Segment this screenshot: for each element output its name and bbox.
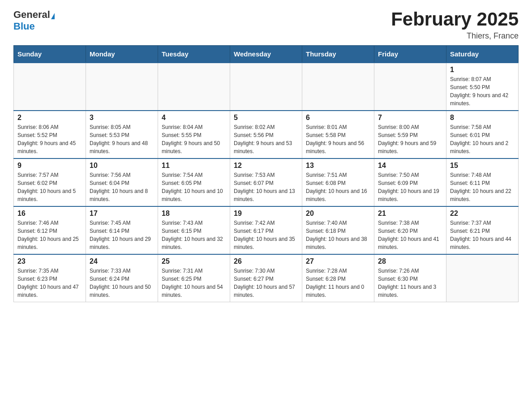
calendar-day-cell: 5Sunrise: 8:02 AM Sunset: 5:56 PM Daylig… [230, 111, 302, 158]
calendar-day-cell: 7Sunrise: 8:00 AM Sunset: 5:59 PM Daylig… [374, 111, 446, 158]
calendar-day-cell: 24Sunrise: 7:33 AM Sunset: 6:24 PM Dayli… [86, 254, 158, 302]
calendar-day-cell: 27Sunrise: 7:28 AM Sunset: 6:28 PM Dayli… [302, 254, 374, 302]
logo-blue-text: Blue [13, 21, 35, 32]
day-info: Sunrise: 7:38 AM Sunset: 6:20 PM Dayligh… [378, 219, 442, 251]
logo-triangle-icon [51, 13, 55, 19]
day-info: Sunrise: 7:46 AM Sunset: 6:12 PM Dayligh… [17, 219, 82, 251]
calendar-day-cell: 3Sunrise: 8:05 AM Sunset: 5:53 PM Daylig… [86, 111, 158, 158]
calendar-header-row: SundayMondayTuesdayWednesdayThursdayFrid… [14, 46, 519, 63]
calendar-day-cell [446, 254, 519, 302]
day-info: Sunrise: 8:07 AM Sunset: 5:50 PM Dayligh… [450, 75, 515, 107]
day-number: 6 [306, 114, 370, 122]
day-number: 5 [234, 114, 298, 122]
day-number: 12 [234, 162, 298, 170]
logo-general-text: General [13, 9, 50, 20]
day-info: Sunrise: 7:57 AM Sunset: 6:02 PM Dayligh… [17, 171, 82, 203]
day-info: Sunrise: 7:43 AM Sunset: 6:15 PM Dayligh… [162, 219, 226, 251]
day-number: 26 [234, 257, 298, 265]
day-number: 7 [378, 114, 442, 122]
location-text: Thiers, France [391, 31, 519, 41]
day-info: Sunrise: 7:26 AM Sunset: 6:30 PM Dayligh… [378, 267, 442, 299]
calendar-day-cell [14, 63, 86, 111]
day-number: 21 [378, 210, 442, 218]
day-info: Sunrise: 8:04 AM Sunset: 5:55 PM Dayligh… [162, 123, 226, 155]
day-info: Sunrise: 7:37 AM Sunset: 6:21 PM Dayligh… [450, 219, 515, 251]
day-of-week-header: Sunday [14, 46, 86, 63]
day-of-week-header: Thursday [302, 46, 374, 63]
day-number: 20 [306, 210, 370, 218]
day-number: 18 [162, 210, 226, 218]
day-info: Sunrise: 7:28 AM Sunset: 6:28 PM Dayligh… [306, 267, 370, 299]
calendar-day-cell: 25Sunrise: 7:31 AM Sunset: 6:25 PM Dayli… [158, 254, 230, 302]
day-number: 1 [450, 66, 515, 74]
calendar-day-cell: 14Sunrise: 7:50 AM Sunset: 6:09 PM Dayli… [374, 158, 446, 206]
calendar-day-cell: 18Sunrise: 7:43 AM Sunset: 6:15 PM Dayli… [158, 206, 230, 254]
calendar-day-cell: 10Sunrise: 7:56 AM Sunset: 6:04 PM Dayli… [86, 158, 158, 206]
calendar-week-row: 9Sunrise: 7:57 AM Sunset: 6:02 PM Daylig… [14, 158, 519, 206]
day-info: Sunrise: 7:45 AM Sunset: 6:14 PM Dayligh… [90, 219, 154, 251]
day-of-week-header: Friday [374, 46, 446, 63]
day-number: 23 [17, 257, 82, 265]
day-of-week-header: Saturday [446, 46, 519, 63]
calendar-day-cell [158, 63, 230, 111]
calendar-week-row: 16Sunrise: 7:46 AM Sunset: 6:12 PM Dayli… [14, 206, 519, 254]
day-number: 9 [17, 162, 82, 170]
day-info: Sunrise: 8:06 AM Sunset: 5:52 PM Dayligh… [17, 123, 82, 155]
day-number: 22 [450, 210, 515, 218]
day-number: 2 [17, 114, 82, 122]
calendar-day-cell: 13Sunrise: 7:51 AM Sunset: 6:08 PM Dayli… [302, 158, 374, 206]
day-info: Sunrise: 7:40 AM Sunset: 6:18 PM Dayligh… [306, 219, 370, 251]
day-info: Sunrise: 8:01 AM Sunset: 5:58 PM Dayligh… [306, 123, 370, 155]
calendar-day-cell [230, 63, 302, 111]
day-number: 27 [306, 257, 370, 265]
day-info: Sunrise: 7:48 AM Sunset: 6:11 PM Dayligh… [450, 171, 515, 203]
calendar-day-cell: 8Sunrise: 7:58 AM Sunset: 6:01 PM Daylig… [446, 111, 519, 158]
calendar-day-cell: 6Sunrise: 8:01 AM Sunset: 5:58 PM Daylig… [302, 111, 374, 158]
calendar-day-cell: 11Sunrise: 7:54 AM Sunset: 6:05 PM Dayli… [158, 158, 230, 206]
day-info: Sunrise: 8:00 AM Sunset: 5:59 PM Dayligh… [378, 123, 442, 155]
calendar-day-cell: 23Sunrise: 7:35 AM Sunset: 6:23 PM Dayli… [14, 254, 86, 302]
calendar-day-cell [302, 63, 374, 111]
calendar-day-cell: 19Sunrise: 7:42 AM Sunset: 6:17 PM Dayli… [230, 206, 302, 254]
calendar-day-cell: 21Sunrise: 7:38 AM Sunset: 6:20 PM Dayli… [374, 206, 446, 254]
calendar-table: SundayMondayTuesdayWednesdayThursdayFrid… [13, 45, 519, 302]
calendar-day-cell: 22Sunrise: 7:37 AM Sunset: 6:21 PM Dayli… [446, 206, 519, 254]
calendar-day-cell: 17Sunrise: 7:45 AM Sunset: 6:14 PM Dayli… [86, 206, 158, 254]
day-info: Sunrise: 7:58 AM Sunset: 6:01 PM Dayligh… [450, 123, 515, 155]
day-info: Sunrise: 7:30 AM Sunset: 6:27 PM Dayligh… [234, 267, 298, 299]
month-title: February 2025 [391, 9, 519, 30]
day-number: 24 [90, 257, 154, 265]
logo-top: General [13, 9, 55, 21]
day-number: 25 [162, 257, 226, 265]
day-info: Sunrise: 7:53 AM Sunset: 6:07 PM Dayligh… [234, 171, 298, 203]
day-info: Sunrise: 7:42 AM Sunset: 6:17 PM Dayligh… [234, 219, 298, 251]
day-number: 4 [162, 114, 226, 122]
page-header: General Blue February 2025 Thiers, Franc… [13, 9, 519, 41]
day-number: 8 [450, 114, 515, 122]
day-info: Sunrise: 7:51 AM Sunset: 6:08 PM Dayligh… [306, 171, 370, 203]
day-info: Sunrise: 7:35 AM Sunset: 6:23 PM Dayligh… [17, 267, 82, 299]
day-number: 11 [162, 162, 226, 170]
day-number: 19 [234, 210, 298, 218]
day-number: 3 [90, 114, 154, 122]
day-number: 14 [378, 162, 442, 170]
day-of-week-header: Wednesday [230, 46, 302, 63]
calendar-day-cell: 12Sunrise: 7:53 AM Sunset: 6:07 PM Dayli… [230, 158, 302, 206]
day-info: Sunrise: 7:31 AM Sunset: 6:25 PM Dayligh… [162, 267, 226, 299]
calendar-day-cell: 20Sunrise: 7:40 AM Sunset: 6:18 PM Dayli… [302, 206, 374, 254]
logo-bottom: Blue [13, 21, 35, 32]
logo: General Blue [13, 9, 55, 32]
day-of-week-header: Monday [86, 46, 158, 63]
day-of-week-header: Tuesday [158, 46, 230, 63]
day-info: Sunrise: 7:54 AM Sunset: 6:05 PM Dayligh… [162, 171, 226, 203]
calendar-day-cell: 26Sunrise: 7:30 AM Sunset: 6:27 PM Dayli… [230, 254, 302, 302]
day-number: 17 [90, 210, 154, 218]
day-info: Sunrise: 8:05 AM Sunset: 5:53 PM Dayligh… [90, 123, 154, 155]
day-number: 28 [378, 257, 442, 265]
calendar-week-row: 23Sunrise: 7:35 AM Sunset: 6:23 PM Dayli… [14, 254, 519, 302]
day-info: Sunrise: 7:56 AM Sunset: 6:04 PM Dayligh… [90, 171, 154, 203]
day-number: 16 [17, 210, 82, 218]
title-area: February 2025 Thiers, France [391, 9, 519, 41]
calendar-day-cell: 9Sunrise: 7:57 AM Sunset: 6:02 PM Daylig… [14, 158, 86, 206]
calendar-day-cell [374, 63, 446, 111]
